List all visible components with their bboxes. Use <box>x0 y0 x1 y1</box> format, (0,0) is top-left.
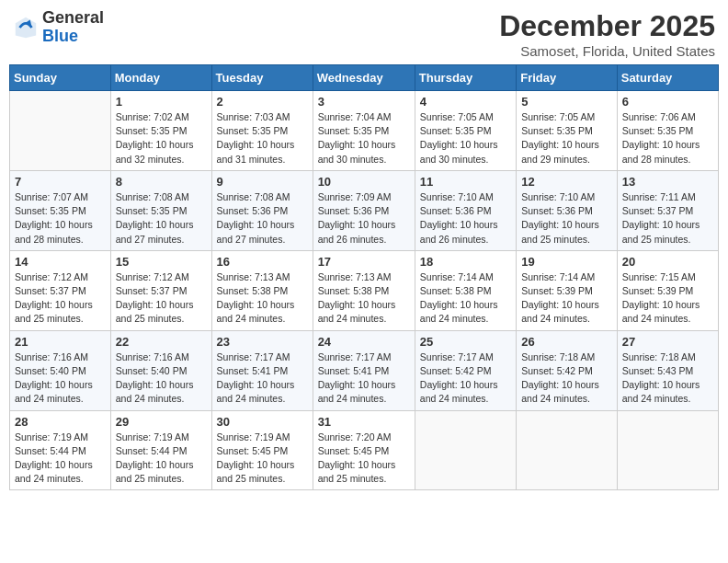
day-info: Sunrise: 7:03 AMSunset: 5:35 PMDaylight:… <box>217 110 308 167</box>
day-info: Sunrise: 7:15 AMSunset: 5:39 PMDaylight:… <box>622 270 713 327</box>
day-number: 2 <box>217 95 308 109</box>
day-info: Sunrise: 7:13 AMSunset: 5:38 PMDaylight:… <box>318 270 410 327</box>
day-info: Sunrise: 7:16 AMSunset: 5:40 PMDaylight:… <box>116 350 207 407</box>
day-info: Sunrise: 7:05 AMSunset: 5:35 PMDaylight:… <box>420 110 511 167</box>
day-number: 21 <box>15 335 106 349</box>
day-number: 10 <box>318 175 410 189</box>
calendar-cell: 24 Sunrise: 7:17 AMSunset: 5:41 PMDaylig… <box>313 330 415 410</box>
calendar-cell: 1 Sunrise: 7:02 AMSunset: 5:35 PMDayligh… <box>110 91 211 171</box>
calendar-cell: 16 Sunrise: 7:13 AMSunset: 5:38 PMDaylig… <box>211 250 313 330</box>
calendar-cell: 26 Sunrise: 7:18 AMSunset: 5:42 PMDaylig… <box>517 330 618 410</box>
calendar-cell: 9 Sunrise: 7:08 AMSunset: 5:36 PMDayligh… <box>211 170 313 250</box>
day-number: 23 <box>217 335 308 349</box>
weekday-friday: Friday <box>517 65 618 91</box>
day-info: Sunrise: 7:18 AMSunset: 5:43 PMDaylight:… <box>622 350 713 407</box>
day-number: 13 <box>622 175 713 189</box>
weekday-thursday: Thursday <box>415 65 516 91</box>
page-header: General Blue December 2025 Samoset, Flor… <box>9 9 719 59</box>
day-info: Sunrise: 7:05 AMSunset: 5:35 PMDaylight:… <box>521 110 612 167</box>
day-info: Sunrise: 7:16 AMSunset: 5:40 PMDaylight:… <box>15 350 106 407</box>
calendar-cell: 22 Sunrise: 7:16 AMSunset: 5:40 PMDaylig… <box>110 330 211 410</box>
day-info: Sunrise: 7:06 AMSunset: 5:35 PMDaylight:… <box>622 110 713 167</box>
day-info: Sunrise: 7:19 AMSunset: 5:44 PMDaylight:… <box>116 431 207 487</box>
day-number: 3 <box>318 95 410 109</box>
day-number: 28 <box>15 415 106 429</box>
calendar-cell: 10 Sunrise: 7:09 AMSunset: 5:36 PMDaylig… <box>313 170 415 250</box>
day-info: Sunrise: 7:04 AMSunset: 5:35 PMDaylight:… <box>318 110 410 167</box>
day-number: 19 <box>521 255 612 269</box>
calendar-cell: 12 Sunrise: 7:10 AMSunset: 5:36 PMDaylig… <box>517 170 618 250</box>
day-number: 29 <box>116 415 207 429</box>
day-number: 18 <box>420 255 511 269</box>
calendar-cell <box>517 410 618 490</box>
logo-text: General Blue <box>42 9 104 46</box>
weekday-saturday: Saturday <box>617 65 718 91</box>
day-number: 31 <box>318 415 410 429</box>
calendar-cell: 17 Sunrise: 7:13 AMSunset: 5:38 PMDaylig… <box>313 250 415 330</box>
day-info: Sunrise: 7:17 AMSunset: 5:41 PMDaylight:… <box>217 350 308 407</box>
calendar-cell <box>10 91 111 171</box>
day-number: 15 <box>116 255 207 269</box>
day-info: Sunrise: 7:12 AMSunset: 5:37 PMDaylight:… <box>116 270 207 327</box>
day-number: 14 <box>15 255 106 269</box>
calendar-cell: 30 Sunrise: 7:19 AMSunset: 5:45 PMDaylig… <box>211 410 313 490</box>
weekday-header-row: SundayMondayTuesdayWednesdayThursdayFrid… <box>10 65 719 91</box>
calendar-cell <box>617 410 718 490</box>
svg-marker-0 <box>16 17 36 38</box>
week-row-5: 28 Sunrise: 7:19 AMSunset: 5:44 PMDaylig… <box>10 410 719 490</box>
calendar-cell: 13 Sunrise: 7:11 AMSunset: 5:37 PMDaylig… <box>617 170 718 250</box>
day-info: Sunrise: 7:11 AMSunset: 5:37 PMDaylight:… <box>622 190 713 247</box>
calendar-cell: 25 Sunrise: 7:17 AMSunset: 5:42 PMDaylig… <box>415 330 516 410</box>
day-info: Sunrise: 7:10 AMSunset: 5:36 PMDaylight:… <box>521 190 612 247</box>
calendar-cell: 15 Sunrise: 7:12 AMSunset: 5:37 PMDaylig… <box>110 250 211 330</box>
day-number: 9 <box>217 175 308 189</box>
calendar-cell: 21 Sunrise: 7:16 AMSunset: 5:40 PMDaylig… <box>10 330 111 410</box>
day-info: Sunrise: 7:12 AMSunset: 5:37 PMDaylight:… <box>15 270 106 327</box>
logo: General Blue <box>13 9 104 46</box>
day-number: 22 <box>116 335 207 349</box>
day-number: 17 <box>318 255 410 269</box>
day-number: 25 <box>420 335 511 349</box>
day-number: 8 <box>116 175 207 189</box>
day-info: Sunrise: 7:07 AMSunset: 5:35 PMDaylight:… <box>15 190 106 247</box>
calendar-cell: 23 Sunrise: 7:17 AMSunset: 5:41 PMDaylig… <box>211 330 313 410</box>
week-row-1: 1 Sunrise: 7:02 AMSunset: 5:35 PMDayligh… <box>10 91 719 171</box>
location-title: Samoset, Florida, United States <box>499 43 715 59</box>
week-row-3: 14 Sunrise: 7:12 AMSunset: 5:37 PMDaylig… <box>10 250 719 330</box>
weekday-tuesday: Tuesday <box>211 65 313 91</box>
week-row-4: 21 Sunrise: 7:16 AMSunset: 5:40 PMDaylig… <box>10 330 719 410</box>
day-info: Sunrise: 7:08 AMSunset: 5:35 PMDaylight:… <box>116 190 207 247</box>
calendar-cell: 18 Sunrise: 7:14 AMSunset: 5:38 PMDaylig… <box>415 250 516 330</box>
weekday-wednesday: Wednesday <box>313 65 415 91</box>
calendar-cell <box>415 410 516 490</box>
day-number: 7 <box>15 175 106 189</box>
calendar-cell: 3 Sunrise: 7:04 AMSunset: 5:35 PMDayligh… <box>313 91 415 171</box>
day-info: Sunrise: 7:20 AMSunset: 5:45 PMDaylight:… <box>318 431 410 487</box>
calendar-cell: 20 Sunrise: 7:15 AMSunset: 5:39 PMDaylig… <box>617 250 718 330</box>
calendar-cell: 2 Sunrise: 7:03 AMSunset: 5:35 PMDayligh… <box>211 91 313 171</box>
calendar-cell: 4 Sunrise: 7:05 AMSunset: 5:35 PMDayligh… <box>415 91 516 171</box>
weekday-monday: Monday <box>110 65 211 91</box>
day-number: 12 <box>521 175 612 189</box>
day-info: Sunrise: 7:14 AMSunset: 5:39 PMDaylight:… <box>521 270 612 327</box>
day-number: 26 <box>521 335 612 349</box>
day-number: 11 <box>420 175 511 189</box>
calendar-cell: 11 Sunrise: 7:10 AMSunset: 5:36 PMDaylig… <box>415 170 516 250</box>
day-number: 30 <box>217 415 308 429</box>
day-number: 24 <box>318 335 410 349</box>
calendar-cell: 6 Sunrise: 7:06 AMSunset: 5:35 PMDayligh… <box>617 91 718 171</box>
calendar-cell: 19 Sunrise: 7:14 AMSunset: 5:39 PMDaylig… <box>517 250 618 330</box>
title-block: December 2025 Samoset, Florida, United S… <box>499 9 715 59</box>
day-number: 6 <box>622 95 713 109</box>
day-info: Sunrise: 7:08 AMSunset: 5:36 PMDaylight:… <box>217 190 308 247</box>
calendar-cell: 29 Sunrise: 7:19 AMSunset: 5:44 PMDaylig… <box>110 410 211 490</box>
calendar-cell: 28 Sunrise: 7:19 AMSunset: 5:44 PMDaylig… <box>10 410 111 490</box>
day-info: Sunrise: 7:02 AMSunset: 5:35 PMDaylight:… <box>116 110 207 167</box>
weekday-sunday: Sunday <box>10 65 111 91</box>
day-info: Sunrise: 7:09 AMSunset: 5:36 PMDaylight:… <box>318 190 410 247</box>
day-info: Sunrise: 7:19 AMSunset: 5:45 PMDaylight:… <box>217 431 308 487</box>
day-info: Sunrise: 7:18 AMSunset: 5:42 PMDaylight:… <box>521 350 612 407</box>
week-row-2: 7 Sunrise: 7:07 AMSunset: 5:35 PMDayligh… <box>10 170 719 250</box>
day-number: 5 <box>521 95 612 109</box>
calendar-cell: 31 Sunrise: 7:20 AMSunset: 5:45 PMDaylig… <box>313 410 415 490</box>
